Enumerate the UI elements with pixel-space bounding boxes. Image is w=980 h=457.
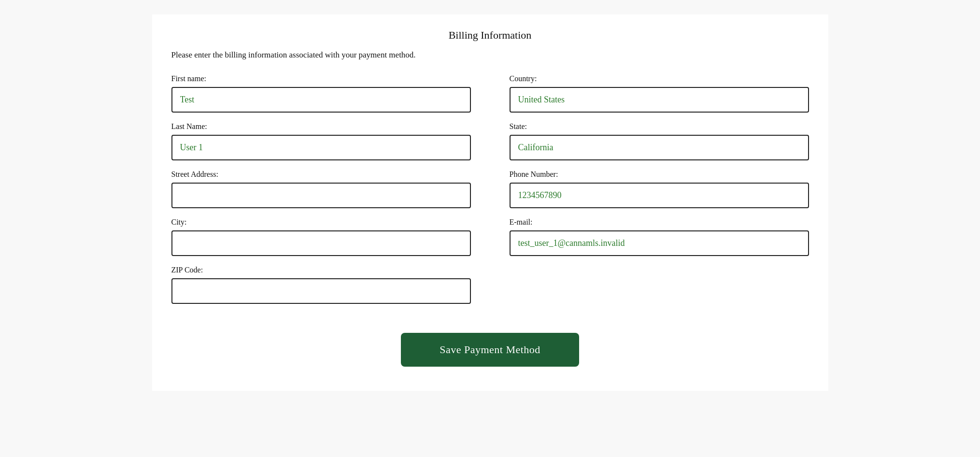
street-address-group: Street Address:	[171, 170, 471, 208]
country-input[interactable]	[510, 87, 809, 113]
phone-label: Phone Number:	[510, 170, 809, 179]
right-column: Country: State: Phone Number: E-mail:	[510, 74, 809, 314]
email-label: E-mail:	[510, 218, 809, 227]
first-name-group: First name:	[171, 74, 471, 113]
page-subtitle: Please enter the billing information ass…	[171, 50, 809, 60]
street-address-label: Street Address:	[171, 170, 471, 179]
page-title: Billing Information	[171, 29, 809, 42]
last-name-input[interactable]	[171, 135, 471, 160]
button-row: Save Payment Method	[171, 333, 809, 367]
country-group: Country:	[510, 74, 809, 113]
state-input[interactable]	[510, 135, 809, 160]
last-name-label: Last Name:	[171, 122, 471, 131]
phone-input[interactable]	[510, 183, 809, 208]
zip-group: ZIP Code:	[171, 266, 471, 304]
form-layout: First name: Last Name: Street Address: C…	[171, 74, 809, 367]
email-input[interactable]	[510, 230, 809, 256]
save-payment-button[interactable]: Save Payment Method	[401, 333, 579, 367]
last-name-group: Last Name:	[171, 122, 471, 160]
country-label: Country:	[510, 74, 809, 83]
city-input[interactable]	[171, 230, 471, 256]
zip-input[interactable]	[171, 278, 471, 304]
first-name-label: First name:	[171, 74, 471, 83]
city-group: City:	[171, 218, 471, 256]
email-group: E-mail:	[510, 218, 809, 256]
left-column: First name: Last Name: Street Address: C…	[171, 74, 471, 314]
state-group: State:	[510, 122, 809, 160]
first-name-input[interactable]	[171, 87, 471, 113]
phone-group: Phone Number:	[510, 170, 809, 208]
zip-label: ZIP Code:	[171, 266, 471, 274]
billing-form-container: Billing Information Please enter the bil…	[152, 14, 828, 391]
state-label: State:	[510, 122, 809, 131]
city-label: City:	[171, 218, 471, 227]
street-address-input[interactable]	[171, 183, 471, 208]
